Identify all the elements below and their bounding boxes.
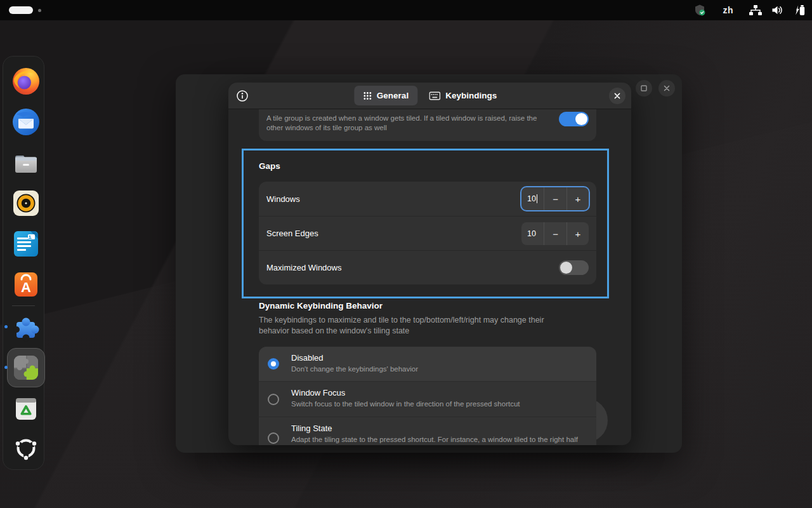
desktop: Raise tiles together A tile group is cre… [0,0,812,508]
dynamic-keybinding-description: The keybindings to maximize and tile to … [259,315,563,337]
dock-separator [12,305,35,306]
svg-text:A: A [21,279,31,295]
option-window-focus-row[interactable]: Window Focus Switch focus to the tiled w… [259,381,596,417]
tab-general-label: General [377,91,409,100]
option-subtitle: Adapt the tiling state to the pressed sh… [291,435,589,445]
windows-gap-spinbutton[interactable]: 10 − + [521,187,589,210]
app-center-icon: A [11,269,41,300]
option-title: Disabled [291,352,589,363]
keybinding-behavior-list: Disabled Don't change the keybindings' b… [259,347,596,445]
raise-tiles-subtitle: A tile group is created when a window ge… [266,114,553,133]
dock-item-ubuntu[interactable] [11,433,41,464]
input-language-indicator[interactable]: zh [723,5,733,15]
tiling-assistant-settings-dialog: Raise tiles together A tile group is cre… [228,83,631,445]
screen-edges-label: Screen Edges [266,229,318,238]
gaps-heading: Gaps [259,161,280,171]
dock-item-libreoffice-writer[interactable] [11,229,41,259]
top-bar: zh [0,0,812,20]
toggle-knob [560,262,572,274]
screen-edges-decrement-button[interactable]: − [544,222,566,245]
tab-general[interactable]: General [354,86,417,105]
workspace-indicator-dot [38,9,41,12]
dialog-content: Raise tiles together A tile group is cre… [228,109,631,445]
option-subtitle: Switch focus to the tiled window in the … [291,399,589,409]
gaps-windows-label: Windows [266,194,300,204]
radio-unselected-icon[interactable] [268,394,279,405]
volume-icon[interactable] [771,4,783,17]
keyboard-icon [429,91,440,100]
dock-item-extensions[interactable] [11,312,41,342]
grid-icon [363,91,372,100]
dock-item-app-center[interactable]: A [11,269,41,300]
screen-edges-spinbutton[interactable]: 10 − + [521,222,589,245]
raise-tiles-title: Raise tiles together [266,109,589,110]
activities-pill[interactable] [9,6,33,14]
close-icon [613,92,621,100]
tab-keybindings-label: Keybindings [445,91,497,100]
maximized-windows-toggle[interactable] [559,260,589,275]
dynamic-keybinding-heading: Dynamic Keybinding Behavior [259,301,383,311]
gaps-card: Windows 10 − + Screen Edges 10 − + [259,182,596,284]
shield-status-icon[interactable] [693,4,706,17]
running-indicator-extensions [4,325,8,328]
ubuntu-logo-icon [11,433,41,464]
about-button[interactable] [234,88,251,104]
tiling-assistant-icon [11,352,41,383]
dialog-header: General Keybindings [228,83,631,109]
rhythmbox-icon [11,188,41,218]
dialog-close-button[interactable] [609,88,625,104]
network-icon[interactable] [749,4,763,16]
close-icon [663,84,671,92]
maximized-windows-label: Maximized Windows [266,263,341,272]
dock-item-rhythmbox[interactable] [11,188,41,218]
text-cursor [537,194,537,203]
info-icon [236,90,249,102]
view-switcher: General Keybindings [354,86,506,105]
option-title: Tiling State [291,423,589,434]
running-indicator-tiling-assistant [4,366,8,369]
dock: A [3,56,44,470]
windows-gap-decrement-button[interactable]: − [544,187,566,210]
files-icon [11,147,41,178]
windows-gap-increment-button[interactable]: + [566,187,589,210]
extensions-puzzle-icon [11,312,41,342]
option-tiling-state-row[interactable]: Tiling State Adapt the tiling state to t… [259,417,596,445]
gaps-windows-row: Windows 10 − + [259,182,596,216]
window-close-button[interactable] [658,80,675,97]
dock-item-thunderbird[interactable] [11,107,41,137]
maximize-icon [640,84,648,92]
system-tray: zh [693,0,806,20]
windows-gap-value[interactable]: 10 [521,187,544,210]
tab-keybindings[interactable]: Keybindings [420,86,506,105]
toggle-knob [575,113,587,125]
libreoffice-writer-icon [11,229,41,259]
dock-item-trash[interactable] [11,394,41,424]
radio-selected-icon[interactable] [268,358,279,370]
raise-tiles-row: Raise tiles together A tile group is cre… [259,109,596,141]
screen-edges-increment-button[interactable]: + [566,222,589,245]
maximize-button[interactable] [636,80,652,97]
dock-item-files[interactable] [11,147,41,178]
gaps-screen-edges-row: Screen Edges 10 − + [259,216,596,250]
option-disabled-row[interactable]: Disabled Don't change the keybindings' b… [259,347,596,381]
firefox-icon [11,66,41,97]
trash-icon [11,394,41,424]
raise-tiles-toggle[interactable] [559,112,589,126]
gaps-maximized-row: Maximized Windows [259,250,596,284]
radio-unselected-icon[interactable] [268,432,279,444]
option-subtitle: Don't change the keybindings' behavior [291,364,589,374]
screen-edges-value[interactable]: 10 [521,222,544,245]
battery-charging-icon[interactable] [792,4,806,17]
dock-item-firefox[interactable] [11,66,41,97]
dock-item-tiling-assistant[interactable] [11,352,41,383]
option-title: Window Focus [291,387,589,398]
thunderbird-icon [11,107,41,137]
